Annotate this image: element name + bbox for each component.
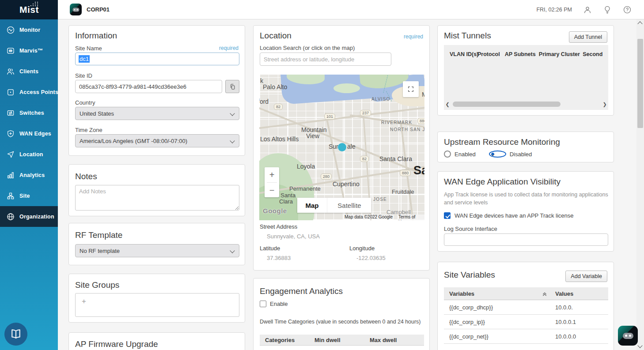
column-header[interactable]: Primary Cluster (539, 51, 583, 57)
scroll-right-arrow[interactable]: ❯ (601, 102, 608, 107)
disabled-radio[interactable] (489, 151, 506, 158)
table-row[interactable] (444, 344, 608, 350)
add-tunnel-button[interactable]: Add Tunnel (569, 31, 607, 43)
scrollbar-track[interactable] (451, 102, 601, 107)
org-name[interactable]: CORP01 (87, 6, 110, 13)
sidebar-item-label: Analytics (19, 172, 45, 178)
site-location-marker[interactable] (338, 143, 346, 151)
notes-textarea[interactable] (75, 185, 239, 211)
timezone-label: Time Zone (75, 127, 102, 133)
org-marvis-badge-icon[interactable] (70, 4, 82, 15)
sidebar-item-marvis[interactable]: Marvis™ (0, 40, 58, 61)
mist-tunnels-title: Mist Tunnels (444, 31, 491, 41)
marvis-chat-button[interactable] (618, 326, 638, 346)
wan-edge-visibility-card: WAN Edge Application Visibility App Trac… (437, 171, 614, 252)
sidebar-item-analytics[interactable]: Analytics (0, 165, 58, 185)
rf-template-title: RF Template (75, 230, 122, 240)
variable-name: {{dc_corp_ip}} (444, 319, 544, 325)
enabled-radio[interactable] (444, 151, 451, 158)
map-attribution: Map data ©2022 Google (343, 215, 394, 219)
map-label: RIVERMARK (381, 120, 412, 125)
whats-new-button[interactable] (603, 5, 612, 14)
mist-logo[interactable]: Mist (0, 0, 58, 19)
satellite-view-button[interactable]: Satellite (327, 198, 371, 213)
sort-ascending-icon[interactable] (542, 291, 547, 296)
analytics-icon (6, 171, 15, 180)
site-name-value: dc1 (79, 55, 90, 63)
google-map[interactable]: k Palo Alto ford ALVISO RIVERMARK NORTH … (259, 75, 424, 220)
sidebar-item-location[interactable]: Location (0, 144, 58, 165)
site-variables-header: Variables Values (444, 287, 608, 300)
column-header[interactable]: Second (583, 51, 608, 57)
table-row[interactable]: {{dc_corp_dhcp}} 10.0.0. (444, 300, 608, 315)
route-shield: 101 (324, 113, 335, 120)
sidebar-item-wan-edges[interactable]: WAN Edges (0, 123, 58, 144)
map-label: Palo Alto (263, 83, 287, 90)
sidebar-item-switches[interactable]: Switches (0, 102, 58, 123)
column-header: Categories (260, 337, 314, 343)
longitude-label: Longitude (349, 245, 375, 252)
site-variables-card: Site Variables Add Variable Variables Va… (437, 262, 614, 350)
documentation-button[interactable] (4, 323, 27, 346)
ap-firmware-card: AP Firmware Upgrade (68, 332, 245, 350)
timezone-select[interactable]: America/Los Angeles (GMT -08:00/-07:00) (75, 134, 239, 147)
account-button[interactable] (583, 5, 592, 14)
scroll-left-arrow[interactable]: ❮ (444, 102, 451, 107)
terms-of-use-link[interactable]: Terms of Use (397, 215, 424, 220)
switches-icon (6, 109, 15, 117)
map-label: ale (347, 143, 356, 150)
timezone-value: America/Los Angeles (GMT -08:00/-07:00) (80, 138, 187, 144)
app-track-checkbox[interactable] (444, 212, 451, 219)
sidebar-item-organization[interactable]: Organization (0, 206, 58, 227)
add-site-group-button[interactable]: + (82, 297, 86, 306)
sidebar-item-monitor[interactable]: Monitor (0, 19, 58, 40)
column-header[interactable]: VLAN ID(s) (444, 51, 477, 57)
column-header[interactable]: Variables (444, 290, 544, 297)
map-fullscreen-button[interactable] (403, 81, 419, 97)
map-label: Cupertino (333, 181, 360, 188)
log-source-input[interactable] (444, 233, 608, 246)
route-shield: 237 (360, 110, 371, 116)
location-title: Location (260, 31, 292, 41)
zoom-in-button[interactable]: + (265, 167, 279, 182)
site-name-input[interactable]: dc1 (75, 53, 239, 65)
sidebar-item-label: Access Points (19, 89, 58, 95)
map-label: Sur (329, 143, 338, 150)
map-view-button[interactable]: Map (297, 198, 327, 213)
ap-firmware-title: AP Firmware Upgrade (75, 339, 158, 349)
map-label: JOSE (373, 197, 387, 202)
sidebar-item-label: Organization (19, 214, 54, 220)
site-id-label: Site ID (75, 72, 92, 79)
map-label: Los Altos Hills (260, 135, 299, 143)
sidebar-item-access-points[interactable]: Access Points (0, 82, 58, 102)
rf-template-select[interactable]: No RF template (75, 244, 239, 257)
help-button[interactable] (623, 5, 632, 14)
map-type-toggle: Map Satellite (297, 198, 371, 213)
scroll-down-arrow[interactable] (637, 343, 642, 348)
location-icon (6, 150, 15, 159)
country-select[interactable]: United States (75, 107, 239, 120)
vertical-scrollbar[interactable] (636, 19, 644, 350)
location-search-input[interactable] (260, 53, 391, 66)
sidebar-item-label: Site (19, 193, 30, 199)
site-id-input[interactable] (75, 80, 222, 93)
wan-edges-icon (6, 129, 15, 138)
site-groups-box[interactable]: + (75, 293, 239, 317)
add-variable-button[interactable]: Add Variable (565, 271, 607, 282)
location-search-label: Location Search (or click on the map) (260, 45, 355, 51)
zoom-out-button[interactable]: − (265, 183, 279, 198)
enable-checkbox[interactable] (260, 301, 266, 307)
table-row[interactable]: {{dc_corp_ip}} 10.0.0.1 (444, 315, 608, 329)
sidebar-item-clients[interactable]: Clients (0, 61, 58, 82)
copy-site-id-button[interactable] (225, 80, 239, 93)
sidebar-nav: Monitor Marvis™ Clients Access Points Sw… (0, 19, 58, 227)
scrollbar-thumb[interactable] (637, 39, 643, 128)
column-header[interactable]: AP Subnets (505, 51, 539, 57)
scrollbar-thumb[interactable] (453, 102, 561, 107)
scroll-up-arrow[interactable] (637, 21, 642, 26)
sidebar-item-site[interactable]: Site (0, 185, 58, 206)
latitude-label: Latitude (260, 245, 280, 252)
table-row[interactable]: {{dc_corp_net}} 10.0.0.0 (444, 329, 608, 344)
column-header[interactable]: Values (544, 290, 573, 297)
column-header[interactable]: Protocol (477, 51, 505, 57)
